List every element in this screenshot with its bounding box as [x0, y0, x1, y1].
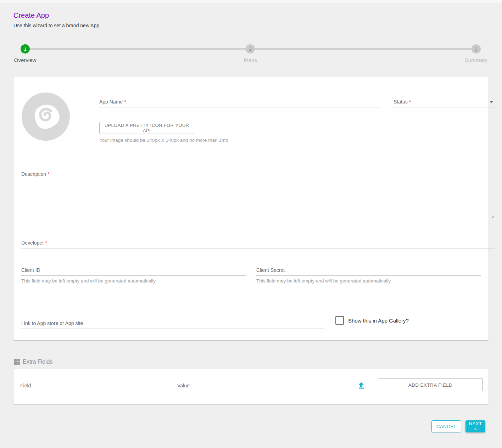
developer-input[interactable]: [21, 239, 495, 248]
extra-fields-section-title: Extra Fields: [23, 359, 52, 365]
client-id-input[interactable]: [21, 266, 246, 275]
step-1-number: 1: [24, 46, 26, 52]
page-title: Create App: [13, 11, 49, 19]
app-logo-placeholder-icon: [21, 92, 70, 141]
step-2-label: Plans: [222, 57, 279, 63]
app-gallery-checkbox-row[interactable]: Show this in App Gallery?: [335, 316, 409, 325]
grid-icon: [14, 359, 20, 365]
client-secret-field: Client Secret: [256, 266, 481, 276]
client-secret-hint: This field may be left empty and will be…: [256, 278, 391, 284]
app-link-input[interactable]: [21, 319, 324, 329]
extra-fields-section-header: Extra Fields: [14, 359, 52, 365]
description-textarea[interactable]: [21, 180, 495, 219]
extra-field-name-field: Field: [20, 380, 167, 391]
app-link-field: Link to App store or App site: [21, 319, 324, 329]
app-gallery-checkbox[interactable]: [335, 316, 344, 325]
app-name-input[interactable]: [99, 97, 381, 107]
upload-icon-button[interactable]: UPLOAD A PRETTY ICON FOR YOUR API: [99, 122, 194, 134]
add-extra-field-button[interactable]: ADD EXTRA FIELD: [378, 379, 483, 391]
client-secret-input[interactable]: [256, 266, 481, 275]
upload-hint-text: Your image should be 140px X 140px and n…: [99, 138, 228, 143]
step-2-circle[interactable]: 2: [246, 44, 255, 54]
status-select-input[interactable]: [394, 97, 495, 107]
extra-field-value-field: Value: [177, 380, 369, 391]
step-3-circle[interactable]: 3: [472, 44, 481, 54]
status-field[interactable]: Status*: [394, 97, 495, 107]
cancel-button[interactable]: CANCEL: [431, 420, 461, 432]
upload-icon[interactable]: [358, 382, 364, 389]
app-name-field: App Name*: [99, 97, 381, 107]
extra-field-value-input[interactable]: [177, 380, 369, 391]
step-1-circle[interactable]: 1: [21, 44, 30, 54]
extra-fields-card: Field Value ADD EXTRA FIELD: [13, 369, 489, 404]
step-3-number: 3: [475, 46, 477, 52]
description-label: Description*: [21, 171, 49, 177]
step-1-label: Overview: [0, 57, 54, 63]
developer-field: Developer*: [21, 239, 495, 248]
top-strip: [0, 0, 502, 3]
overview-form-card: App Name* Status* UPLOAD A PRETTY ICON F…: [13, 77, 489, 340]
next-button[interactable]: NEXT »: [465, 420, 485, 432]
extra-field-name-input[interactable]: [20, 380, 167, 391]
app-gallery-checkbox-label[interactable]: Show this in App Gallery?: [348, 318, 409, 324]
client-id-field: Client ID: [21, 266, 246, 276]
page-subtitle: Use this wizard to set a brand new App: [13, 23, 99, 28]
client-id-hint: This field may be left empty and will be…: [21, 278, 156, 284]
step-2-number: 2: [249, 46, 251, 52]
step-3-label: Summary: [448, 57, 502, 63]
